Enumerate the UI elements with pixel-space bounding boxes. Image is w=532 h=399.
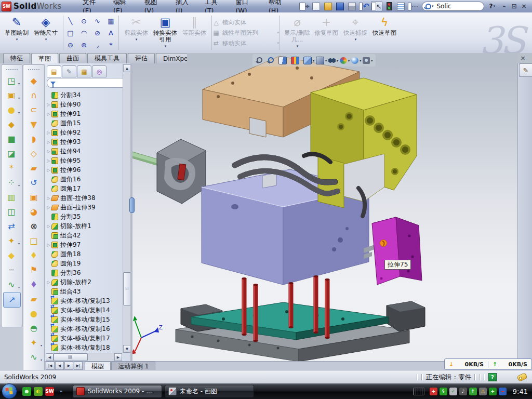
status-help-icon[interactable]: ? <box>488 373 497 381</box>
sketch-entity-button[interactable]: ⊕ <box>77 39 91 51</box>
tree-item[interactable]: 实体-移动/复制16 <box>46 324 123 334</box>
expand-arrow-icon[interactable] <box>46 168 51 172</box>
surface-tool-button[interactable]: ▣ ▾ <box>25 190 42 205</box>
window-button[interactable]: – <box>499 2 509 10</box>
help-button[interactable]: ? <box>489 3 493 10</box>
search-box[interactable]: ▾ Solic <box>422 2 484 11</box>
task-pane-tab[interactable]: ✎ <box>519 63 532 77</box>
tree-item[interactable]: 曲面-拉伸39 <box>46 203 123 212</box>
tree-item[interactable]: 圆角16 <box>46 175 123 184</box>
surface-tool-button[interactable]: ◕ ▾ <box>25 205 42 219</box>
surface-tool-button[interactable]: ↺ ▾ <box>25 176 42 190</box>
view-tool-button[interactable]: ▾ <box>363 57 373 64</box>
task-window-button[interactable]: 未命名 - 画图 <box>165 385 254 398</box>
model-yellow-clamp[interactable] <box>311 78 417 208</box>
tray-icon[interactable]: + <box>430 388 437 395</box>
feature-tool-button[interactable]: ▥ ▾ <box>3 190 20 205</box>
feature-tool-button[interactable]: * ▾ <box>3 161 20 176</box>
surface-tool-button[interactable]: ⊂ ▾ <box>25 103 42 117</box>
command-button[interactable]: △ 镜向实体 ▾ <box>212 17 279 28</box>
tab-nav-button[interactable]: ▶ <box>64 362 73 370</box>
tree-item[interactable]: 圆角19 <box>46 259 123 268</box>
sketch-entity-button[interactable]: ∿ <box>91 15 104 27</box>
view-tool-button[interactable]: ▾ <box>303 57 314 64</box>
surface-tool-button[interactable]: ▰ ▾ <box>25 292 42 307</box>
toolbar-icon[interactable]: ↶ <box>359 2 369 11</box>
view-tool-button[interactable]: ▾ <box>340 57 350 64</box>
feature-tool-button[interactable]: ◆ ▾ <box>3 248 20 263</box>
document-window-button[interactable]: × <box>518 54 528 62</box>
expand-arrow-icon[interactable] <box>46 130 51 135</box>
taskbar-clock[interactable]: 9:41 <box>513 388 528 395</box>
manager-tab[interactable]: ◎ <box>92 65 107 77</box>
panel-splitter-handle[interactable] <box>129 197 135 213</box>
tree-item[interactable]: 组合43 <box>46 287 123 296</box>
command-button[interactable]: ϟ 快速草图 ▾ <box>370 14 399 51</box>
feature-tool-button[interactable]: ⁘ ▾ <box>3 176 20 190</box>
tray-icon[interactable]: ✓ <box>449 388 457 395</box>
manager-tab[interactable]: ▦ <box>77 65 91 77</box>
task-window-button[interactable]: SolidWorks 2009 - ... <box>73 385 162 398</box>
sketch-entity-button[interactable]: ⊘ <box>91 27 104 39</box>
sketch-entity-button[interactable]: ╲ <box>64 15 77 27</box>
feature-tool-button[interactable]: ▣ ▾ <box>3 88 20 103</box>
tab-nav-button[interactable]: |◀ <box>46 362 55 370</box>
tree-item[interactable]: 切除-放样2 <box>46 277 123 287</box>
sketch-entity-button[interactable]: □ <box>64 27 77 39</box>
quick-launch-icon[interactable]: ● <box>22 387 31 396</box>
tree-item[interactable]: 曲面-拉伸38 <box>46 193 123 203</box>
feature-tool-button[interactable]: ● ▾ <box>3 103 20 117</box>
surface-tool-button[interactable]: ◇ ▾ <box>25 147 42 161</box>
expand-arrow-icon[interactable] <box>46 158 51 163</box>
surface-tool-button[interactable]: ♦ ▾ <box>25 248 42 263</box>
tree-item[interactable]: 圆角18 <box>46 249 123 259</box>
feature-tool-button[interactable]: ⇄ ▾ <box>3 219 20 234</box>
surface-tool-button[interactable]: ◗ ▾ <box>25 132 42 147</box>
command-button[interactable]: ▦ 线性草图阵列 ▾ <box>212 28 279 38</box>
tree-item[interactable]: 拉伸94 <box>46 147 123 156</box>
surface-tool-button[interactable]: ⚑ ▾ <box>25 263 42 277</box>
tree-item[interactable]: 实体-移动/复制15 <box>46 315 123 324</box>
scrollbar-thumb[interactable] <box>123 272 131 305</box>
toolbar-icon[interactable] <box>396 2 406 11</box>
tab-nav-button[interactable]: ▶| <box>74 362 83 370</box>
tray-icon[interactable]: ↑ <box>469 388 477 395</box>
language-bar-icon[interactable] <box>413 388 424 395</box>
sketch-entity-button[interactable]: ◞ <box>91 39 104 51</box>
quick-launch-icon[interactable]: » <box>57 387 65 396</box>
sketch-entity-button[interactable]: ▦ <box>104 15 118 27</box>
surface-tool-button[interactable]: ● ▾ <box>25 307 42 321</box>
tree-item[interactable]: 圆角15 <box>46 118 123 128</box>
model-magenta-block[interactable] <box>372 217 422 285</box>
tree-item[interactable]: 分割34 <box>46 90 123 100</box>
command-button[interactable]: ◈ 智能尺寸 ▾ <box>31 14 60 51</box>
view-tool-button[interactable]: ▾ <box>328 57 338 64</box>
expand-arrow-icon[interactable] <box>46 224 51 229</box>
surface-tool-button[interactable]: ♦ ▾ <box>25 277 42 292</box>
feature-tool-button[interactable]: ↗ ▾ <box>3 292 21 308</box>
sketch-entity-button[interactable]: A <box>104 27 118 39</box>
tree-item[interactable]: 拉伸96 <box>46 165 123 175</box>
feature-tool-button[interactable]: ◫ ▾ <box>3 205 20 219</box>
expand-arrow-icon[interactable] <box>46 112 51 116</box>
command-button[interactable]: ⌀ 显示/删除几... ▾ <box>283 14 312 51</box>
manager-tab[interactable]: ✎ <box>62 65 76 77</box>
surface-tool-button[interactable]: ∩ ▾ <box>25 88 42 103</box>
model-side-insert[interactable] <box>132 139 206 204</box>
sketch-entity-button[interactable]: ◠ <box>77 27 91 39</box>
manager-tab[interactable]: ▤ <box>47 65 61 77</box>
window-button[interactable]: × <box>519 2 529 10</box>
view-tool-button[interactable]: ▾ <box>278 57 289 64</box>
ribbon-tab[interactable]: 模具工具 <box>87 53 127 63</box>
window-button[interactable]: ⊡ <box>509 2 519 10</box>
toolbar-icon[interactable] <box>311 2 322 11</box>
scrollbar-thumb[interactable] <box>54 353 88 361</box>
tree-item[interactable]: 拉伸92 <box>46 128 123 137</box>
tree-item[interactable]: 拉伸97 <box>46 240 123 249</box>
expand-arrow-icon[interactable] <box>46 149 51 154</box>
surface-tool-button[interactable]: ∿ ▾ <box>25 350 42 365</box>
view-tool-button[interactable]: ▾ <box>256 57 265 64</box>
toolbar-icon[interactable]: ↖ <box>371 1 382 11</box>
toolbar-icon[interactable] <box>323 2 334 11</box>
start-button[interactable] <box>2 383 17 399</box>
